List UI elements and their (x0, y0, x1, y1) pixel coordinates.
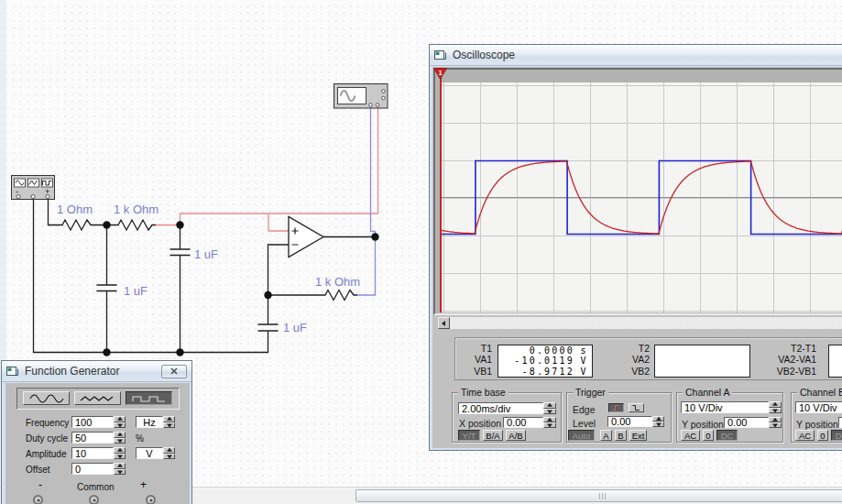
offset-label: Offset (26, 465, 50, 475)
minus-terminal[interactable] (33, 495, 43, 504)
amplitude-spinner[interactable] (114, 447, 126, 459)
amplitude-label: Amplitude (26, 449, 66, 459)
scope-display-bezel: 1 (433, 68, 842, 315)
timebase-scale-spinner[interactable] (543, 402, 556, 414)
readout-labels-3: T2-T1 VA2-VA1 VB2-VB1 (758, 343, 816, 377)
label-r1: 1 Ohm (57, 203, 93, 216)
frequency-spinner[interactable] (114, 416, 126, 428)
scope-scrollbar-left-arrow[interactable] (438, 317, 450, 329)
offset-spinner[interactable] (114, 463, 126, 475)
trigger-group: Trigger Edge Level 0.00 Auto A B Ext (566, 392, 672, 443)
edge-falling-button[interactable] (629, 403, 644, 412)
duty-cycle-spinner[interactable] (114, 432, 126, 444)
channel-b-ac-button[interactable]: AC (795, 430, 815, 441)
scope-cursor1-flag[interactable]: 1 (433, 68, 447, 80)
trace-channel-response (442, 161, 842, 234)
plus-terminal[interactable] (146, 495, 156, 504)
xposition-label: X position (459, 418, 501, 429)
close-button[interactable] (161, 365, 187, 378)
channel-b-ypos-label: Y position (796, 419, 838, 430)
channel-a-ac-button[interactable]: AC (681, 430, 700, 441)
edge-rising-button[interactable] (608, 403, 624, 412)
trigger-level-spinner[interactable] (652, 416, 664, 427)
square-icon (131, 394, 168, 403)
oscilloscope-titlebar[interactable]: Oscilloscope (430, 45, 842, 66)
channel-a-dc-button[interactable]: DC (716, 430, 738, 441)
trigger-a-button[interactable]: A (600, 430, 612, 441)
channel-a-scale-field[interactable]: 10 V/Div (681, 401, 769, 413)
fg-titlebar[interactable]: Function Generator (2, 361, 191, 382)
amplitude-field[interactable]: 10 (71, 447, 114, 459)
duty-cycle-field[interactable]: 50 (71, 432, 114, 444)
readout-box-2 (654, 345, 750, 378)
timebase-scale-field[interactable]: 2.00ms/div (458, 402, 543, 414)
xposition-field[interactable]: 0.00 (503, 417, 543, 428)
channel-a-scale-spinner[interactable] (769, 401, 782, 413)
readout-box-1: 0.0000s -10.0119V -8.9712V (498, 345, 593, 378)
capacitor-c2 (170, 225, 191, 353)
duty-cycle-label: Duty cycle (26, 433, 68, 444)
channel-a-ypos-label: Y position (682, 419, 724, 430)
channel-b-scale-field[interactable]: 10 V/Div (795, 401, 842, 413)
frequency-unit-field[interactable]: Hz (136, 416, 163, 428)
square-wave-button[interactable] (126, 391, 172, 405)
duty-cycle-unit-label: % (136, 433, 144, 444)
wires-blue[interactable] (357, 108, 376, 295)
readout-box-3 (828, 345, 842, 378)
channel-a-ypos-spinner[interactable] (769, 417, 782, 428)
yt-button[interactable]: Y/T (458, 430, 480, 441)
sine-wave-button[interactable] (23, 391, 70, 405)
oscilloscope-window[interactable]: Oscilloscope 1 T1 VA1 (429, 44, 842, 451)
scope-scrollbar[interactable] (438, 317, 842, 329)
resistor-r3 (323, 290, 357, 301)
fg-waveform-selector (16, 388, 180, 410)
channel-a-title: Channel A (683, 387, 732, 398)
fg-icon-plus-label: + (45, 187, 49, 196)
common-terminal[interactable] (89, 495, 99, 504)
fg-title: Function Generator (25, 365, 156, 378)
triangle-wave-button[interactable] (74, 391, 121, 405)
trigger-level-field[interactable]: 0.00 (607, 416, 652, 427)
trigger-ext-button[interactable]: Ext (629, 430, 647, 441)
scope-readout-panel: T1 VA1 VB1 0.0000s -10.0119V -8.9712V T2… (454, 337, 842, 380)
channel-b-0-button[interactable]: 0 (817, 430, 828, 441)
opamp[interactable] (289, 217, 323, 257)
oscilloscope-client: 1 T1 VA1 VB1 0.0000s -10.0119V -8.9712V … (432, 67, 842, 448)
channel-b-ypos-field[interactable]: 0.00 (838, 417, 842, 428)
window-icon (434, 49, 447, 60)
channel-a-group: Channel A 10 V/Div Y position 0.00 AC 0 … (676, 392, 783, 443)
offset-field[interactable]: 0 (71, 463, 114, 475)
channel-a-0-button[interactable]: 0 (703, 430, 714, 441)
minus-terminal-label: - (38, 478, 42, 491)
trace-channel-square (442, 161, 842, 235)
ba-button[interactable]: B/A (483, 430, 503, 441)
trigger-auto-button[interactable]: Auto (568, 430, 595, 441)
readout-labels-2: T2 VA2 VB2 (620, 343, 650, 377)
falling-edge-icon (631, 404, 641, 411)
frequency-unit-spinner[interactable] (163, 416, 175, 428)
ab-button[interactable]: A/B (506, 430, 526, 441)
timebase-group: Time base 2.00ms/div X position 0.00 Y/T… (452, 392, 562, 443)
trigger-b-button[interactable]: B (615, 430, 627, 441)
fg-client: Frequency 100 Hz Duty cycle 50 % Amplitu… (5, 383, 190, 504)
channel-a-ypos-field[interactable]: 0.00 (724, 417, 769, 428)
rising-edge-icon (611, 404, 621, 411)
common-terminal-label: Common (77, 482, 115, 492)
app-scrollbar-thumb[interactable] (355, 489, 842, 502)
xposition-spinner[interactable] (543, 417, 556, 428)
frequency-field[interactable]: 100 (71, 416, 114, 428)
oscilloscope-title: Oscilloscope (453, 49, 842, 61)
function-generator-component[interactable]: - + (12, 176, 55, 200)
function-generator-window[interactable]: Function Generator Frequency 100 Hz Duty… (1, 360, 192, 504)
close-icon (170, 367, 178, 375)
label-r2: 1 k Ohm (114, 203, 159, 216)
amplitude-unit-spinner[interactable] (163, 447, 175, 459)
channel-b-dc-button[interactable]: DC (831, 430, 842, 441)
scope-cursor1-line[interactable] (440, 75, 442, 312)
trigger-title: Trigger (573, 387, 608, 398)
resistor-r2 (116, 220, 156, 230)
amplitude-unit-field[interactable]: V (136, 447, 163, 459)
oscilloscope-component[interactable] (334, 84, 388, 109)
wires-red[interactable] (156, 108, 378, 231)
edge-label: Edge (573, 404, 596, 415)
